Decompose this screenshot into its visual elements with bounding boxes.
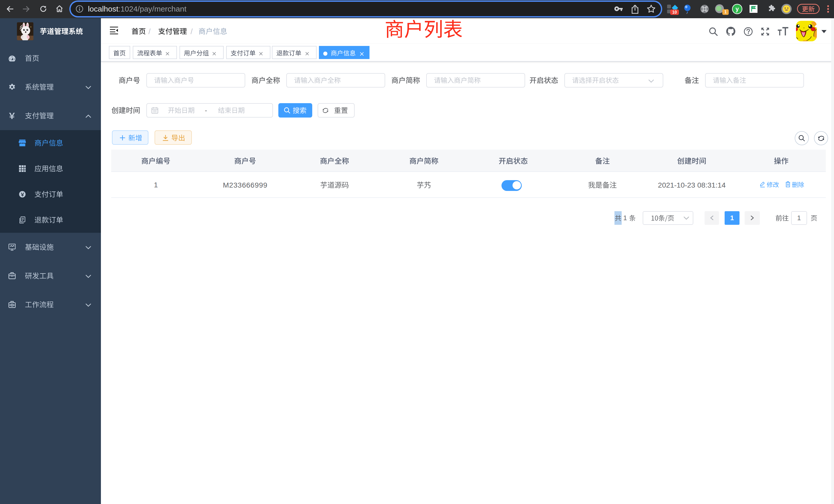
svg-text:y: y (736, 6, 739, 12)
